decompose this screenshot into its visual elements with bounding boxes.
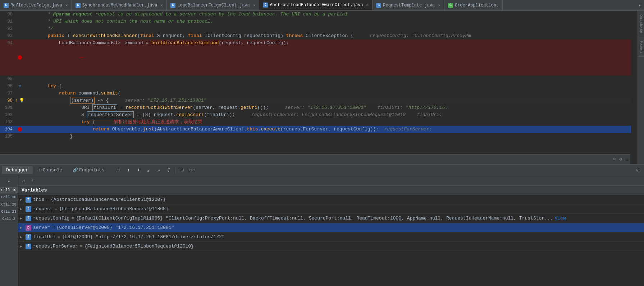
editor-area: 90 * @param request request to be dispat…	[0, 11, 644, 164]
var-row-server[interactable]: → ▶ p server = {ConsulServer@12008} "172…	[18, 223, 644, 232]
debugger-right-controls: ⊡	[634, 166, 642, 175]
var-expand-server[interactable]: ▶	[20, 225, 26, 230]
var-row-this[interactable]: ▶ f this = {AbstractLoadBalancerAwareCli…	[18, 195, 644, 204]
toolbar-resume[interactable]: ⬆	[124, 166, 133, 175]
var-expand-requestconfig[interactable]: ▶	[20, 216, 26, 221]
toolbar-watch[interactable]: ⊟	[178, 166, 186, 175]
minimize-btn[interactable]: —	[626, 156, 629, 162]
code-content-92: */	[23, 25, 624, 32]
var-row-requestconfig[interactable]: ▶ f requestConfig = {DefaultClientConfig…	[18, 214, 644, 223]
layout-btn[interactable]: ⊡	[634, 166, 642, 175]
code-content-98: (server) -> { server: "172.16.17.251:180…	[23, 97, 624, 104]
code-editor[interactable]: 90 * @param request request to be dispat…	[0, 11, 638, 164]
tab-icon-order: C	[448, 3, 453, 8]
tab-lb-feign-client[interactable]: C LoadBalancerFeignClient.java ✕	[167, 0, 259, 10]
var-icon-requestforserver: f	[26, 244, 31, 249]
tab-icon-abstract: C	[263, 3, 268, 8]
tab-request-template[interactable]: C RequestTemplate.java ✕	[373, 0, 444, 10]
current-arrow-98: ↑	[15, 97, 18, 104]
settings-btn[interactable]: ⚙	[619, 156, 622, 162]
line-num-101: 101	[0, 104, 16, 111]
tab-label-sync: SynchronousMethodHandler.java	[82, 3, 157, 8]
code-line-101: 101 URI finalUri = reconstructURIWithSer…	[0, 104, 631, 111]
tab-bar: C ReflectiveFeign.java ✕ C SynchronousMe…	[0, 0, 644, 11]
toolbar-step-out[interactable]: ↙	[144, 166, 153, 175]
code-content-94: LoadBalancerCommand<T> command = buildLo…	[23, 40, 624, 75]
tab-sync-method[interactable]: C SynchronousMethodHandler.java ✕	[72, 0, 167, 10]
toolbar-step-over[interactable]: ≡	[114, 166, 123, 175]
toolbar-frames[interactable]: ≡≡	[188, 166, 196, 175]
code-content-105: }	[23, 133, 624, 140]
debugger-tab-endpoints[interactable]: 🔗 Endpoints	[68, 166, 109, 174]
debugger-panel: Debugger ⊟ Console 🔗 Endpoints ≡ ⬆ ⬇ ↙ ↗…	[0, 164, 644, 286]
tab-overflow-btn[interactable]: ▾	[635, 0, 644, 10]
tab-close-reflective[interactable]: ✕	[65, 3, 68, 8]
code-line-103: 103 try { 解析出服务地址后真正发送请求，获取结果	[0, 119, 631, 126]
var-icon-requestconfig: f	[26, 216, 31, 221]
var-name-requestconfig: requestConfig	[33, 216, 69, 221]
var-expand-requestforserver[interactable]: ▶	[20, 244, 26, 249]
var-name-finaluri: finalUri	[33, 234, 55, 240]
tab-order-app[interactable]: C OrderApplication.	[444, 0, 503, 10]
var-view-requestconfig[interactable]: View	[554, 216, 566, 221]
tab-close-sync[interactable]: ✕	[161, 3, 163, 8]
var-row-requestforserver[interactable]: ▶ f requestForServer = {FeignLoadBalance…	[18, 242, 644, 251]
expand-btn[interactable]: ⊕	[613, 156, 616, 162]
stack-item-2[interactable]: Call:28	[0, 202, 18, 208]
stack-item-1[interactable]: Call:30	[0, 194, 18, 201]
tab-abstract-lb[interactable]: C AbstractLoadBalancerAwareClient.java ✕	[259, 0, 373, 10]
tab-label-lb: LoadBalancerFeignClient.java	[177, 3, 250, 8]
tab-label-abstract: AbstractLoadBalancerAwareClient.java	[270, 3, 363, 8]
code-content-90: * @param request request to be dispatche…	[23, 11, 624, 18]
debugger-tab-console[interactable]: ⊟ Console	[35, 166, 67, 174]
toolbar-evaluate[interactable]: ⤴	[164, 166, 173, 175]
var-value-requestconfig: {DefaultClientConfigImpl@11866} "ClientC…	[76, 216, 553, 221]
stack-item-4[interactable]: Call:2	[0, 216, 18, 222]
toolbar-run-cursor[interactable]: ↗	[154, 166, 163, 175]
collapse-btn[interactable]: ▾	[6, 178, 11, 185]
stack-item-3[interactable]: Call:23	[0, 209, 18, 215]
var-expand-finaluri[interactable]: ▶	[20, 235, 26, 239]
console-label: Console	[43, 167, 63, 173]
var-row-request[interactable]: ▶ f request = {FeignLoadBalancer$RibbonR…	[18, 204, 644, 214]
breakpoint-104[interactable]	[18, 127, 22, 132]
line-num-104: 104	[0, 126, 16, 133]
code-line-104: 104 return Observable.just(AbstractLoadB…	[0, 126, 631, 133]
var-value-this: {AbstractLoadBalancerAwareClient$1@12007…	[51, 197, 166, 202]
tab-close-lb[interactable]: ✕	[253, 3, 256, 8]
fold-96[interactable]: ▽	[19, 83, 21, 90]
filter-icon[interactable]: ⊿	[20, 177, 27, 184]
database-panel-label[interactable]: Database	[638, 11, 644, 37]
line-gutter-96: ▽	[16, 83, 23, 90]
line-gutter-102	[16, 111, 23, 119]
tab-close-request[interactable]: ✕	[438, 3, 440, 8]
var-name-server: server	[33, 225, 50, 230]
line-num-105: 105	[0, 133, 16, 140]
tab-reflective-feign[interactable]: C ReflectiveFeign.java ✕	[0, 0, 72, 10]
code-content-101: URI finalUri = reconstructURIWithServer(…	[23, 104, 624, 111]
debugger-tab-debugger[interactable]: Debugger	[2, 166, 33, 174]
var-row-finaluri[interactable]: → ▶ f finalUri = {URI@12009} "http://172…	[18, 232, 644, 242]
tab-close-abstract[interactable]: ✕	[366, 3, 369, 7]
maven-panel-label[interactable]: Maven	[638, 37, 644, 57]
stack-item-0[interactable]: Call:10	[0, 187, 18, 194]
line-gutter-91	[16, 18, 23, 25]
line-num-98: 98	[0, 97, 16, 104]
lightbulb-98[interactable]: 💡	[19, 97, 24, 104]
add-watch-btn[interactable]: +	[29, 177, 36, 184]
var-eq-requestconfig: =	[71, 216, 74, 221]
var-name-requestforserver: requestForServer	[33, 244, 78, 249]
toolbar-step-into[interactable]: ⬇	[134, 166, 143, 175]
var-expand-request[interactable]: ▶	[20, 207, 26, 211]
breakpoint-94[interactable]	[18, 55, 22, 60]
code-content-93: public T executeWithLoadBalancer(final S…	[23, 32, 624, 40]
var-expand-this[interactable]: ▶	[20, 197, 26, 202]
line-gutter-98: ↑ 💡	[16, 97, 23, 104]
var-name-this: this	[33, 197, 44, 202]
tab-icon-sync: C	[76, 3, 81, 8]
code-content-102: S requestForServer = (S) request.replace…	[23, 111, 624, 119]
line-num-95: 95	[0, 75, 16, 83]
var-icon-finaluri: f	[26, 234, 31, 240]
line-num-93: 93	[0, 32, 16, 40]
tab-label-reflective: ReflectiveFeign.java	[10, 3, 62, 8]
